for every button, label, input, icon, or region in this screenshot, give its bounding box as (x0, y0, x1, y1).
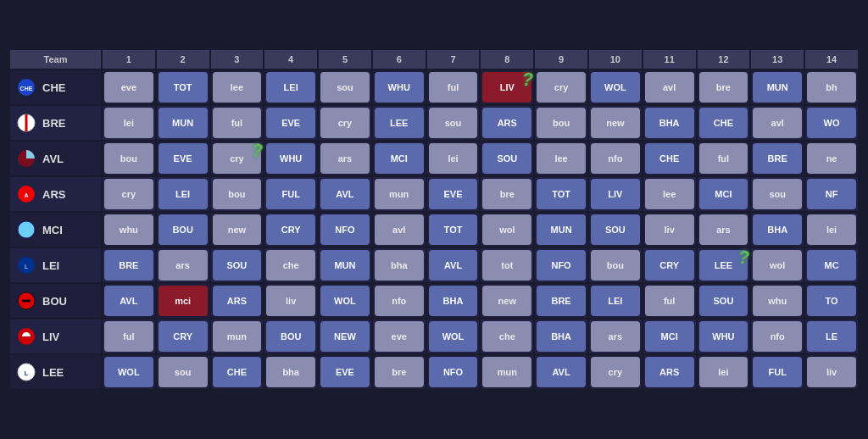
team-name-label: ARS (42, 188, 65, 201)
fixture-cell-gw11: CHE (643, 142, 696, 175)
fixture-label: sou (429, 108, 478, 138)
fixture-label: MUN (159, 108, 208, 138)
fixture-cell-gw8: bre (481, 177, 533, 211)
fixture-label: ful (213, 108, 262, 138)
fixture-cell-gw12: LEE? (698, 248, 750, 282)
team-cell-lee: LLEE (10, 355, 101, 389)
fixture-label: tot (482, 250, 531, 281)
fixture-cell-gw9: NFO (535, 248, 587, 282)
team-badge-bre (15, 112, 37, 134)
fixture-label: BOU (266, 321, 315, 352)
fixture-cell-gw14: LE (805, 320, 858, 353)
team-badge-ars: A (15, 183, 37, 205)
fixture-label: cry (537, 72, 586, 103)
fixture-cell-gw6: WHU (373, 70, 426, 104)
fixture-cell-gw4: BOU (264, 320, 317, 353)
fixture-label: ars (320, 143, 370, 174)
fixture-cell-gw3: ful (211, 106, 264, 140)
fixture-cell-gw11: lee (643, 177, 696, 211)
svg-point-7 (18, 221, 35, 238)
fixture-cell-gw1: ful (103, 320, 155, 353)
fixture-cell-gw9: bou (535, 106, 587, 140)
fixture-cell-gw13: BRE (751, 142, 804, 175)
gameweek-header-13: 13 (751, 50, 804, 69)
fixture-cell-gw3: new (211, 213, 264, 247)
gameweek-header-2: 2 (157, 50, 209, 69)
fixture-label: WHU (266, 143, 315, 174)
fixture-label: ars (699, 214, 748, 245)
fixture-cell-gw11: ARS (643, 355, 696, 389)
main-container: Team1234567891011121314 CHECHEeveTOTleeL… (8, 48, 860, 391)
fixture-cell-gw10: LIV (589, 177, 642, 211)
fixture-label: BOU (159, 214, 208, 245)
fixture-label: nfo (375, 286, 424, 316)
fixture-cell-gw7: BHA (427, 284, 480, 318)
fixture-label: FUL (753, 357, 802, 387)
fixture-label: nfo (753, 321, 802, 352)
fixture-cell-gw13: MUN (751, 70, 804, 104)
fixture-label: cry (591, 357, 640, 387)
fixture-cell-gw6: bha (373, 248, 426, 282)
fixture-cell-gw1: eve (103, 70, 155, 104)
fixture-cell-gw14: bh (805, 70, 858, 104)
fixture-cell-gw1: bou (103, 142, 155, 175)
fixture-cell-gw9: lee (535, 142, 587, 175)
fixture-label: CRY (266, 214, 315, 245)
fixture-cell-gw8: mun (481, 355, 533, 389)
svg-text:L: L (25, 370, 29, 376)
fixture-cell-gw1: cry (103, 177, 155, 211)
fixture-label: CHE (699, 108, 748, 138)
fixture-cell-gw10: LEI (589, 284, 642, 318)
fixture-cell-gw5: WOL (319, 284, 371, 318)
team-name-label: BRE (42, 117, 65, 130)
fixture-cell-gw5: NEW (319, 320, 371, 353)
fixture-cell-gw10: bou (589, 248, 642, 282)
fixture-cell-gw9: cry (535, 70, 587, 104)
team-badge-lee: L (15, 361, 37, 383)
team-badge-bou (15, 290, 37, 312)
fixture-label: liv (266, 286, 315, 316)
svg-text:A: A (24, 192, 28, 198)
fixture-label: avl (375, 214, 424, 245)
fixture-cell-gw4: EVE (264, 106, 317, 140)
fixture-label: bha (375, 250, 424, 281)
fixture-cell-gw14: liv (805, 355, 858, 389)
fixture-cell-gw2: MUN (157, 106, 209, 140)
fixture-cell-gw14: NF (805, 177, 858, 211)
fixture-label: ful (699, 143, 748, 174)
fixtures-table: Team1234567891011121314 CHECHEeveTOTleeL… (8, 48, 860, 391)
team-cell-che: CHECHE (10, 70, 101, 104)
fixture-cell-gw2: BOU (157, 213, 209, 247)
fixture-cell-gw10: new (589, 106, 642, 140)
fixture-cell-gw8: wol (481, 213, 533, 247)
fixture-cell-gw9: BRE (535, 284, 587, 318)
fixture-cell-gw13: nfo (751, 320, 804, 353)
fixture-cell-gw13: sou (751, 177, 804, 211)
fixture-label: bha (266, 357, 315, 387)
fixture-label: bou (104, 143, 153, 174)
fixture-cell-gw8: SOU (481, 142, 533, 175)
fixture-label: bh (807, 72, 856, 103)
fixture-label: lee (213, 72, 262, 103)
table-row: BREleiMUNfulEVEcryLEEsouARSbounewBHACHEa… (10, 106, 858, 140)
fixture-label: MC (807, 250, 856, 281)
fixture-label: NFO (429, 357, 478, 387)
gameweek-header-10: 10 (589, 50, 642, 69)
team-name-label: CHE (42, 81, 65, 94)
fixture-cell-gw14: ne (805, 142, 858, 175)
fixture-label: wol (482, 214, 531, 245)
fixture-label: whu (753, 286, 802, 316)
fixture-cell-gw1: WOL (103, 355, 155, 389)
fixture-label: sou (320, 72, 370, 103)
fixture-cell-gw8: tot (481, 248, 533, 282)
team-name-label: BOU (42, 295, 67, 308)
fixture-label: eve (375, 321, 424, 352)
gameweek-header-12: 12 (698, 50, 750, 69)
fixture-label: BRE (753, 143, 802, 174)
fixture-label: BRE (104, 250, 153, 281)
fixture-cell-gw5: sou (319, 70, 371, 104)
fixture-cell-gw6: LEE (373, 106, 426, 140)
fixture-cell-gw8: LIV? (481, 70, 533, 104)
gameweek-header-7: 7 (427, 50, 480, 69)
fixture-cell-gw12: bre (698, 70, 750, 104)
